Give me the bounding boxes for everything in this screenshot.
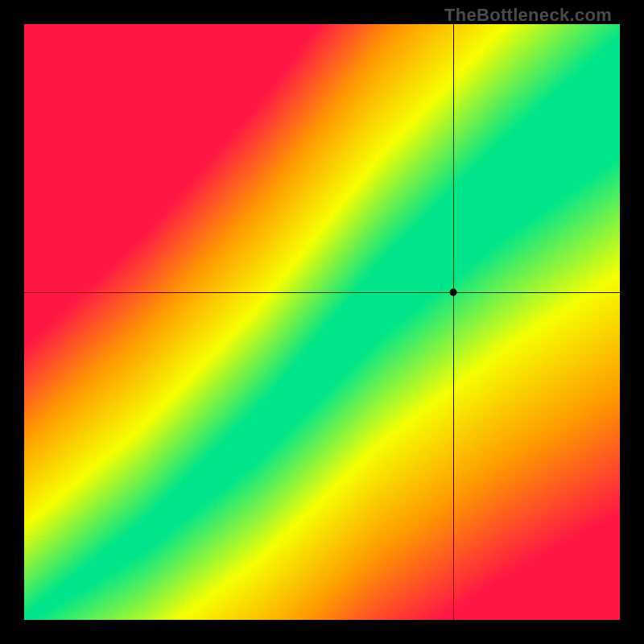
watermark-text: TheBottleneck.com <box>444 5 612 26</box>
heatmap-plot <box>24 24 620 620</box>
crosshair-vertical <box>453 24 454 620</box>
chart-frame: TheBottleneck.com <box>0 0 644 644</box>
heatmap-canvas <box>24 24 620 620</box>
crosshair-marker-dot <box>449 289 456 296</box>
crosshair-horizontal <box>24 292 620 293</box>
